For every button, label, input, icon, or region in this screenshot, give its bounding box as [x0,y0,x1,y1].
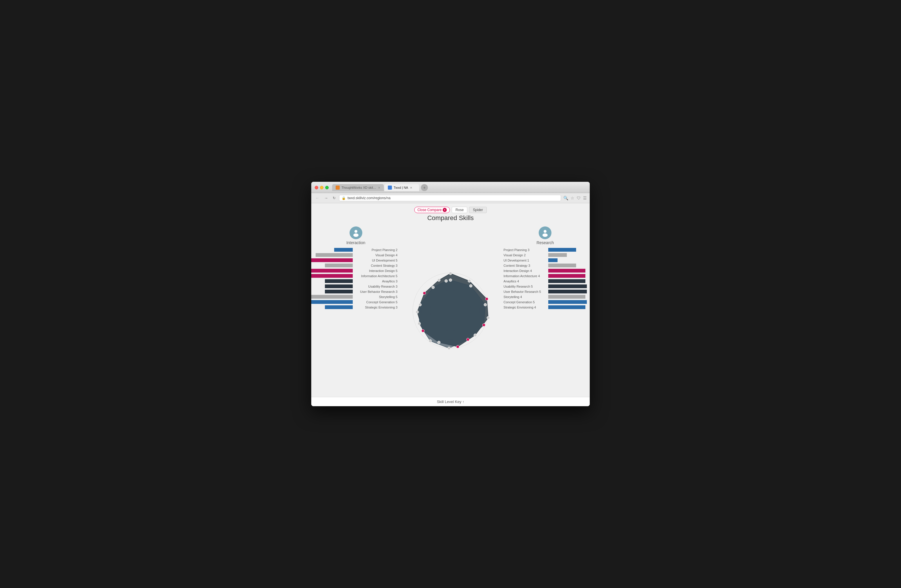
skill-bar [311,269,353,272]
skill-bar [325,264,353,268]
skill-bar [548,253,567,257]
skill-row: Concept Generation 5 [504,300,587,304]
svg-point-28 [432,286,435,289]
skill-row: Content Strategy 3 [504,264,587,268]
back-button[interactable]: ← [314,195,321,201]
new-tab-button[interactable]: + [421,184,428,191]
menu-icon[interactable]: ☰ [583,196,587,200]
skill-label: Project Planning 2 [354,248,398,252]
skill-label: Concept Generation 5 [504,300,547,304]
svg-point-16 [416,311,419,313]
skill-bar [325,285,353,288]
skill-row: Storytelling 4 [504,295,587,299]
svg-point-8 [449,272,452,275]
skill-bar [548,269,585,272]
spider-button[interactable]: Spider [469,207,487,213]
spider-chart [401,261,500,360]
tab-close-twxd[interactable]: ✕ [410,186,412,189]
forward-button[interactable]: → [323,195,329,201]
close-compare-x-icon: ✕ [443,208,447,212]
skill-label: Information Architecture 4 [504,274,547,278]
skill-bar [548,290,587,293]
svg-point-29 [445,280,447,282]
skill-row: User Behavior Research 3 [314,290,398,293]
svg-point-20 [469,285,472,287]
skill-row: Strategic Envisioning 3 [314,305,398,309]
skill-row: Information Architecture 4 [504,274,587,278]
close-compare-button[interactable]: Close Compare ✕ [414,207,450,213]
skill-bar [548,295,585,299]
svg-point-12 [474,334,477,337]
left-skill-panel: Interaction Project Planning 2Visual Des… [311,224,400,397]
bookmark-icon[interactable]: ☆ [571,196,574,200]
skill-label: Information Architecture 5 [354,274,398,278]
skill-bar [548,285,587,288]
address-bar: ← → ↻ 🔒 twxd.skillviz.com/regions/na 🔍 ☆… [311,193,590,203]
svg-point-1 [353,233,359,237]
skill-row: Anayltics 3 [314,279,398,283]
skill-bar [548,248,576,252]
browser-tabs: ThoughtWorks XD skills vi... ✕ Twxd | NA… [332,184,586,191]
skill-row: Content Strategy 3 [314,264,398,268]
skill-bar [548,274,585,278]
skill-row: User Behavior Research 5 [504,290,587,293]
svg-point-17 [423,292,426,295]
skill-row: Project Planning 2 [314,248,398,252]
skill-key-arrow-icon: ↑ [462,400,464,404]
skill-row: UI Development 1 [504,258,587,262]
skill-row: Visual Design 2 [504,253,587,257]
url-bar[interactable]: 🔒 twxd.skillviz.com/regions/na [339,195,561,201]
bottom-skill-key-bar[interactable]: Skill Level Key ↑ [311,397,590,406]
skill-label: User Behavior Research 3 [354,290,398,293]
maximize-window-dot[interactable] [325,186,329,189]
close-compare-label: Close Compare [418,208,441,212]
tab-label-tw: ThoughtWorks XD skills vi... [341,186,376,189]
svg-point-0 [354,230,357,233]
right-skill-section: Project Planning 3Visual Design 2UI Deve… [504,248,587,309]
svg-point-21 [484,303,487,306]
browser-window: ThoughtWorks XD skills vi... ✕ Twxd | NA… [311,182,590,406]
tab-twxd[interactable]: Twxd | NA ✕ [384,184,419,191]
tab-thoughtworks[interactable]: ThoughtWorks XD skills vi... ✕ [332,184,384,191]
skill-label: Anayltics 3 [354,280,398,283]
skill-bar [311,258,353,262]
skill-label: Content Strategy 3 [504,264,547,268]
spider-chart-panel [400,224,501,397]
skill-label: Interaction Design 4 [504,269,547,272]
address-actions: 🔍 ☆ 🛡 ☰ [563,196,587,200]
skill-level-key-label: Skill Level Key [437,400,461,404]
compare-controls: Close Compare ✕ Rose Spider [414,207,487,213]
tab-close-tw[interactable]: ✕ [378,186,380,189]
skill-bar [311,300,353,304]
minimize-window-dot[interactable] [320,186,323,189]
right-skill-panel: Research Project Planning 3Visual Design… [501,224,590,397]
skill-row: Project Planning 3 [504,248,587,252]
close-window-dot[interactable] [315,186,318,189]
skill-label: Storytelling 5 [354,295,398,299]
left-skill-section: Project Planning 2Visual Design 4UI Deve… [314,248,398,309]
main-layout: Interaction Project Planning 2Visual Des… [311,224,590,397]
skill-label: Interaction Design 5 [354,269,398,272]
skill-bar [325,290,353,293]
refresh-button[interactable]: ↻ [332,195,337,201]
skill-row: Interaction Design 4 [504,269,587,272]
search-icon[interactable]: 🔍 [563,196,568,200]
skill-bar [548,279,585,283]
tab-icon-tw [336,185,340,190]
tab-label-twxd: Twxd | NA [394,186,408,189]
skill-bar [334,248,353,252]
rose-button[interactable]: Rose [452,207,467,213]
skill-label: Strategic Envisioning 4 [504,306,547,309]
main-content: Close Compare ✕ Rose Spider Compared Ski… [311,203,590,406]
svg-point-26 [418,322,421,325]
left-avatar [349,226,362,239]
skill-bar [548,258,558,262]
skill-label: UI Development 1 [504,259,547,262]
skill-label: User Behavior Research 5 [504,290,547,293]
svg-point-10 [485,297,488,300]
svg-point-30 [544,230,547,233]
skill-label: Visual Design 2 [504,254,547,257]
url-security-icon: 🔒 [342,196,346,200]
skill-label: Usability Research 3 [354,285,398,288]
url-text: twxd.skillviz.com/regions/na [348,196,390,200]
